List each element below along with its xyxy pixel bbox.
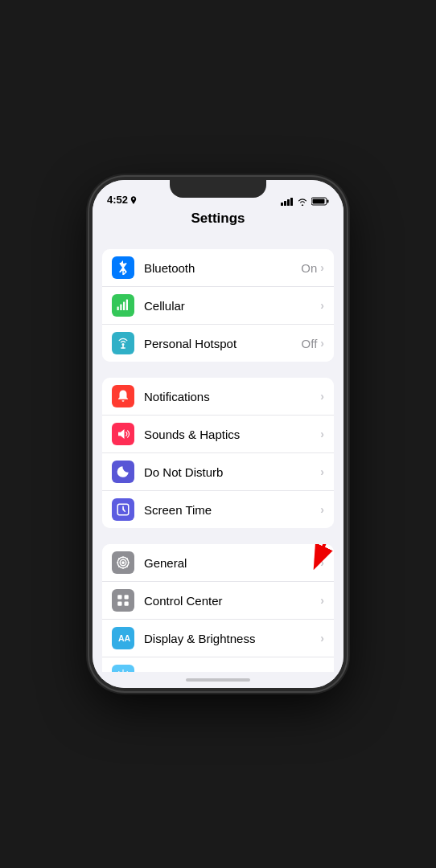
bluetooth-chevron: ›	[320, 261, 324, 274]
phone-screen: 4:52	[93, 180, 343, 688]
bluetooth-row[interactable]: Bluetooth On ›	[102, 249, 334, 287]
status-icons	[281, 197, 329, 206]
phone-frame: 4:52	[89, 177, 347, 691]
svg-point-17	[121, 561, 125, 564]
hotspot-icon	[112, 332, 134, 354]
bluetooth-icon	[112, 256, 134, 279]
cellular-row[interactable]: Cellular ›	[102, 287, 334, 325]
svg-rect-8	[120, 305, 121, 311]
location-icon	[130, 196, 137, 204]
home-indicator[interactable]	[93, 672, 343, 688]
svg-rect-5	[327, 200, 329, 203]
hotspot-value: Off	[302, 337, 318, 350]
svg-rect-19	[125, 595, 129, 599]
svg-rect-2	[287, 199, 290, 206]
sounds-row[interactable]: Sounds & Haptics ›	[102, 416, 334, 453]
hotspot-label: Personal Hotspot	[144, 337, 302, 350]
notifications-group: Notifications › Sounds & Haptics ›	[102, 378, 334, 528]
svg-rect-18	[117, 595, 121, 599]
navigation-bar: Settings	[93, 209, 343, 233]
page-title: Settings	[191, 211, 245, 226]
status-time: 4:52	[107, 194, 137, 206]
donotdisturb-label: Do Not Disturb	[144, 465, 320, 479]
hotspot-row[interactable]: Personal Hotspot Off ›	[102, 325, 334, 362]
settings-scroll-area[interactable]: Bluetooth On › Cellular	[93, 233, 343, 672]
general-chevron: ›	[320, 556, 324, 569]
screentime-row[interactable]: Screen Time ›	[102, 491, 334, 528]
svg-rect-20	[117, 602, 121, 606]
svg-rect-7	[117, 307, 119, 311]
svg-rect-0	[281, 203, 283, 206]
svg-marker-14	[118, 429, 125, 439]
sounds-label: Sounds & Haptics	[144, 428, 320, 441]
svg-rect-3	[290, 198, 293, 206]
general-label: General	[144, 556, 320, 570]
displaybrightness-label: Display & Brightness	[144, 632, 320, 645]
battery-icon	[311, 197, 329, 206]
bluetooth-value: On	[301, 261, 317, 275]
general-icon	[112, 551, 134, 574]
svg-rect-21	[125, 602, 129, 606]
svg-text:AA: AA	[118, 633, 130, 643]
hotspot-chevron: ›	[320, 337, 324, 350]
donotdisturb-chevron: ›	[320, 465, 324, 478]
controlcenter-chevron: ›	[320, 594, 324, 607]
svg-rect-1	[284, 201, 286, 206]
wallpaper-row[interactable]: Wallpaper ›	[102, 657, 334, 672]
displaybrightness-icon: AA	[112, 627, 134, 649]
screentime-label: Screen Time	[144, 503, 320, 517]
displaybrightness-row[interactable]: AA Display & Brightness ›	[102, 620, 334, 657]
cellular-chevron: ›	[320, 299, 324, 312]
sounds-chevron: ›	[320, 428, 324, 440]
general-row[interactable]: General ›	[102, 544, 334, 582]
donotdisturb-row[interactable]: Do Not Disturb ›	[102, 453, 334, 491]
screentime-icon	[112, 498, 134, 521]
notifications-chevron: ›	[320, 390, 324, 403]
signal-icon	[281, 198, 294, 206]
notifications-icon	[112, 385, 134, 407]
notch	[170, 180, 266, 198]
displaybrightness-chevron: ›	[320, 632, 324, 645]
wallpaper-chevron: ›	[320, 669, 324, 672]
system-group: General › Control Center ›	[102, 544, 334, 672]
controlcenter-label: Control Center	[144, 594, 320, 608]
notifications-label: Notifications	[144, 390, 320, 403]
wallpaper-label: Wallpaper	[144, 669, 320, 673]
cellular-label: Cellular	[144, 299, 317, 313]
wifi-icon	[297, 198, 308, 206]
notifications-row[interactable]: Notifications ›	[102, 378, 334, 416]
svg-rect-6	[313, 199, 325, 204]
donotdisturb-icon	[112, 461, 134, 483]
cellular-icon	[112, 294, 134, 317]
sounds-icon	[112, 423, 134, 445]
controlcenter-icon	[112, 589, 134, 612]
connectivity-group: Bluetooth On › Cellular	[102, 249, 334, 362]
controlcenter-row[interactable]: Control Center ›	[102, 582, 334, 620]
svg-rect-9	[123, 302, 125, 311]
home-bar	[186, 678, 250, 682]
wallpaper-icon	[112, 665, 134, 672]
bluetooth-label: Bluetooth	[144, 261, 301, 275]
svg-rect-10	[126, 300, 128, 311]
screentime-chevron: ›	[320, 503, 324, 516]
